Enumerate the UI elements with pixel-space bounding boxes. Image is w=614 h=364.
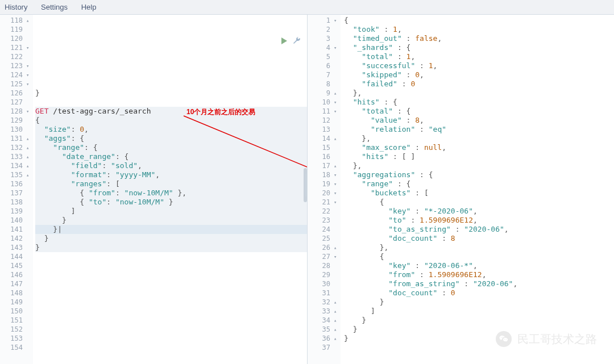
code-line[interactable]: "doc_count" : 8 <box>343 234 614 243</box>
code-line[interactable]: "total" : { <box>343 107 614 116</box>
code-line[interactable]: } <box>35 243 307 252</box>
code-line[interactable]: "range": { <box>35 143 307 152</box>
code-line[interactable]: "key" : "*-2020-06", <box>343 207 614 216</box>
code-line[interactable]: "size": 0, <box>35 125 307 134</box>
code-line[interactable]: "from" : 1.5909696E12, <box>343 270 614 279</box>
code-line[interactable]: "value" : 8, <box>343 116 614 125</box>
code-line[interactable] <box>35 261 307 270</box>
menubar: History Settings Help <box>0 0 614 15</box>
request-actions <box>280 36 301 45</box>
code-line[interactable] <box>35 279 307 288</box>
code-line[interactable]: } <box>343 334 614 343</box>
response-pane: 1234567891011121314151617181920212223242… <box>307 15 614 364</box>
code-line[interactable]: "hits" : { <box>343 98 614 107</box>
code-line[interactable]: "from_as_string" : "2020-06", <box>343 279 614 288</box>
code-line[interactable] <box>35 298 307 307</box>
play-icon[interactable] <box>280 36 289 45</box>
main-split: 1181191201211221231241251261271281291301… <box>0 15 614 364</box>
code-line[interactable]: "timed_out" : false, <box>343 34 614 43</box>
code-line[interactable]: } <box>343 298 614 307</box>
code-line[interactable]: GET /test-agg-cars/_search <box>35 107 307 116</box>
code-line[interactable]: } <box>343 316 614 325</box>
code-line[interactable]: "date_range": { <box>35 152 307 161</box>
code-line[interactable]: "max_score" : null, <box>343 143 614 152</box>
request-editor[interactable]: 10个月之前之后的交易 }GET /test-agg-cars/_search{… <box>33 15 307 364</box>
code-line[interactable]: "ranges": [ <box>35 179 307 189</box>
fold-gutter-left[interactable]: ▴▾▾▾▾▾▴▴▴▴▴ <box>26 15 33 364</box>
code-line[interactable]: } <box>35 89 307 98</box>
code-line[interactable] <box>35 334 307 343</box>
code-line[interactable] <box>35 270 307 279</box>
code-line[interactable] <box>35 252 307 261</box>
code-line[interactable] <box>35 288 307 298</box>
code-line[interactable]: ] <box>343 307 614 316</box>
code-line[interactable]: "skipped" : 0, <box>343 70 614 80</box>
code-line[interactable]: "total" : 1, <box>343 52 614 61</box>
code-line[interactable]: "to" : 1.5909696E12, <box>343 216 614 225</box>
code-line[interactable]: "key" : "2020-06-*", <box>343 261 614 270</box>
code-line[interactable]: "relation" : "eq" <box>343 125 614 134</box>
code-line[interactable]: }, <box>343 161 614 170</box>
code-line[interactable]: "hits" : [ ] <box>343 152 614 161</box>
fold-gutter-right[interactable]: ▾▾▴▾▾▴▴▾▾▾▾▴▾▴▴▴▴▴ <box>334 15 341 364</box>
code-line[interactable]: ] <box>35 207 307 216</box>
code-line[interactable] <box>343 343 614 352</box>
code-line[interactable]: }, <box>343 89 614 98</box>
code-line[interactable]: "field": "sold", <box>35 161 307 170</box>
code-line[interactable]: } <box>35 234 307 243</box>
line-gutter-left: 1181191201211221231241251261271281291301… <box>0 15 26 364</box>
code-line[interactable]: { "from": "now-10M/M" }, <box>35 189 307 198</box>
line-gutter-right: 1234567891011121314151617181920212223242… <box>308 15 334 364</box>
code-line[interactable]: "buckets" : [ <box>343 189 614 198</box>
code-line[interactable]: "_shards" : { <box>343 43 614 52</box>
code-line[interactable]: "format": "yyyy-MM", <box>35 170 307 179</box>
code-line[interactable]: "aggs": { <box>35 134 307 143</box>
code-line[interactable] <box>35 307 307 316</box>
code-line[interactable]: }, <box>343 243 614 252</box>
code-line[interactable] <box>35 352 307 361</box>
wrench-icon[interactable] <box>292 36 301 45</box>
menu-history[interactable]: History <box>5 3 27 11</box>
response-viewer[interactable]: { "took" : 1, "timed_out" : false, "_sha… <box>341 15 614 364</box>
request-pane: 1181191201211221231241251261271281291301… <box>0 15 307 364</box>
menu-settings[interactable]: Settings <box>41 3 68 11</box>
code-line[interactable]: }, <box>343 134 614 143</box>
code-line[interactable] <box>35 98 307 107</box>
code-line[interactable]: { <box>343 16 614 25</box>
code-line[interactable]: "aggregations" : { <box>343 170 614 179</box>
code-line[interactable]: { <box>343 252 614 261</box>
code-line[interactable] <box>35 325 307 334</box>
code-line[interactable] <box>35 361 307 364</box>
code-line[interactable] <box>35 343 307 352</box>
code-line[interactable]: { "to": "now-10M/M" } <box>35 198 307 207</box>
code-line[interactable] <box>35 316 307 325</box>
code-line[interactable]: } <box>35 216 307 225</box>
code-line[interactable]: "failed" : 0 <box>343 80 614 89</box>
menu-help[interactable]: Help <box>81 3 97 11</box>
code-line[interactable]: "range" : { <box>343 179 614 189</box>
code-line[interactable]: "took" : 1, <box>343 25 614 34</box>
code-line[interactable]: } <box>343 325 614 334</box>
code-line[interactable]: "to_as_string" : "2020-06", <box>343 225 614 234</box>
code-line[interactable]: { <box>35 116 307 125</box>
code-line[interactable]: "doc_count" : 0 <box>343 288 614 298</box>
code-line[interactable]: }| <box>35 225 307 234</box>
code-line[interactable]: { <box>343 198 614 207</box>
code-line[interactable]: "successful" : 1, <box>343 61 614 70</box>
